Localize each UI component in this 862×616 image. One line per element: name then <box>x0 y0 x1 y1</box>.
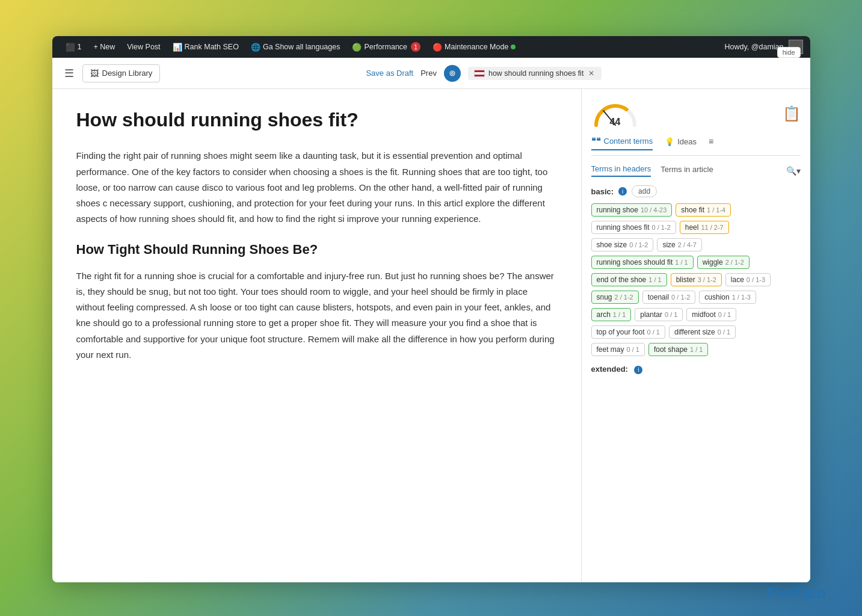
term-end-of-shoe[interactable]: end of the shoe 1 / 1 <box>591 273 667 286</box>
term-plantar[interactable]: plantar 0 / 1 <box>635 308 683 321</box>
performance-icon: 🟢 <box>352 43 362 52</box>
extended-info-icon[interactable]: i <box>634 366 642 374</box>
term-lace[interactable]: lace 0 / 1-3 <box>725 273 771 286</box>
term-cushion[interactable]: cushion 1 / 1-3 <box>699 291 756 304</box>
editor-bar-center: Save as Draft Prev ◎ how should running … <box>167 65 800 82</box>
term-foot-shape[interactable]: foot shape 1 / 1 <box>648 343 708 356</box>
maintenance-dot <box>511 45 516 49</box>
fivetaco-text: FiveTaco <box>767 585 826 601</box>
new-label: + New <box>93 43 115 51</box>
term-shoe-fit[interactable]: shoe fit 1 / 1-4 <box>676 203 731 217</box>
content-terms-label: Content terms <box>604 137 653 146</box>
terms-row-0: running shoe 10 / 4-23 shoe fit 1 / 1-4 <box>591 203 801 217</box>
term-arch[interactable]: arch 1 / 1 <box>591 308 632 321</box>
seo-score-icon: ◎ <box>449 69 455 77</box>
add-term-button[interactable]: add <box>632 185 657 197</box>
tab-menu[interactable]: ≡ <box>709 137 713 150</box>
admin-bar-new[interactable]: + New <box>87 36 121 58</box>
admin-bar-performance[interactable]: 🟢 Performance 1 <box>346 36 426 58</box>
score-row: 44 📋 <box>591 99 801 129</box>
design-library-icon: 🖼 <box>90 69 99 78</box>
terms-row-5: snug 2 / 1-2 toenail 0 / 1-2 cushion 1 /… <box>591 291 801 304</box>
admin-bar-left: ⬛ 1 + New View Post 📊 Rank Math SEO 🌐 Ga… <box>60 36 724 58</box>
search-filter-icon[interactable]: 🔍▾ <box>786 166 801 176</box>
flag-icon <box>474 70 485 77</box>
article-area: How should running shoes fit? Finding th… <box>52 89 582 582</box>
admin-bar-maintenance[interactable]: 🔴 Maintenance Mode <box>426 36 522 58</box>
basic-label-text: basic: <box>591 187 614 196</box>
terms-grid: running shoe 10 / 4-23 shoe fit 1 / 1-4 … <box>591 203 801 356</box>
term-snug[interactable]: snug 2 / 1-2 <box>591 291 639 304</box>
term-feet-may[interactable]: feet may 0 / 1 <box>591 343 645 356</box>
main-content: How should running shoes fit? Finding th… <box>52 89 810 582</box>
tabs-row: ❝❝ Content terms 💡 Ideas ≡ <box>591 136 801 156</box>
term-running-shoes-fit[interactable]: running shoes fit 0 / 1-2 <box>591 221 676 234</box>
languages-icon: 🌐 <box>251 43 260 52</box>
filter-headers[interactable]: Terms in headers <box>591 164 651 177</box>
ideas-icon: 💡 <box>665 137 674 146</box>
ideas-label: Ideas <box>677 137 697 146</box>
keyword-close-button[interactable]: ✕ <box>587 69 596 78</box>
design-library-label: Design Library <box>102 69 153 78</box>
tab-ideas[interactable]: 💡 Ideas <box>665 137 697 150</box>
term-top-of-foot[interactable]: top of your foot 0 / 1 <box>591 325 665 339</box>
gauge-container: 44 <box>591 99 639 129</box>
terms-row-1: running shoes fit 0 / 1-2 heel 11 / 2-7 <box>591 221 801 234</box>
term-different-size[interactable]: different size 0 / 1 <box>669 325 736 339</box>
admin-bar-view-post[interactable]: View Post <box>121 36 166 58</box>
term-toenail[interactable]: toenail 0 / 1-2 <box>642 291 696 304</box>
term-shoe-size[interactable]: shoe size 0 / 1-2 <box>591 238 654 251</box>
term-running-shoes-should-fit[interactable]: running shoes should fit 1 / 1 <box>591 256 694 269</box>
term-wiggle[interactable]: wiggle 2 / 1-2 <box>697 256 750 269</box>
terms-row-6: arch 1 / 1 plantar 0 / 1 midfoot 0 / 1 <box>591 308 801 321</box>
content-terms-icon: ❝❝ <box>591 136 601 146</box>
terms-row-4: end of the shoe 1 / 1 blister 3 / 1-2 la… <box>591 273 801 286</box>
admin-number: 1 <box>78 43 82 51</box>
hamburger-button[interactable]: ☰ <box>62 64 76 82</box>
maintenance-icon: 🔴 <box>433 43 442 52</box>
term-blister[interactable]: blister 3 / 1-2 <box>671 273 722 286</box>
prev-button[interactable]: Prev <box>420 69 437 78</box>
admin-bar-logo[interactable]: ⬛ 1 <box>60 36 88 58</box>
clipboard-icon[interactable]: 📋 <box>783 105 801 122</box>
admin-bar: ⬛ 1 + New View Post 📊 Rank Math SEO 🌐 Ga… <box>52 36 810 58</box>
menu-icon: ≡ <box>709 137 713 146</box>
wp-icon: ⬛ <box>66 43 75 52</box>
editor-bar: hide ☰ 🖼 Design Library Save as Draft Pr… <box>52 58 810 89</box>
rank-math-icon: 📊 <box>173 43 182 52</box>
sidebar: 44 📋 ❝❝ Content terms 💡 Ideas ≡ <box>582 89 810 582</box>
save-draft-button[interactable]: Save as Draft <box>366 69 413 78</box>
seo-score-circle[interactable]: ◎ <box>444 65 461 82</box>
rank-math-label: Rank Math SEO <box>185 43 239 51</box>
terms-row-8: feet may 0 / 1 foot shape 1 / 1 <box>591 343 801 356</box>
terms-row-3: running shoes should fit 1 / 1 wiggle 2 … <box>591 256 801 269</box>
terms-row-7: top of your foot 0 / 1 different size 0 … <box>591 325 801 339</box>
tab-content-terms[interactable]: ❝❝ Content terms <box>591 136 653 150</box>
basic-label-row: basic: i add <box>591 185 801 197</box>
admin-bar-rank-math[interactable]: 📊 Rank Math SEO <box>167 36 245 58</box>
languages-label: Ga Show all languages <box>263 43 340 51</box>
keyword-tab[interactable]: how should running shoes fit ✕ <box>468 67 602 80</box>
basic-info-icon[interactable]: i <box>618 187 627 196</box>
performance-badge: 1 <box>411 42 420 52</box>
maintenance-label: Maintenance Mode <box>445 43 508 51</box>
view-post-label: View Post <box>127 43 160 51</box>
terms-row-2: shoe size 0 / 1-2 size 2 / 4-7 <box>591 238 801 251</box>
article-h2: How Tight Should Running Shoes Be? <box>76 242 557 257</box>
term-running-shoe[interactable]: running shoe 10 / 4-23 <box>591 203 673 217</box>
howdy-text: Howdy, @damian <box>725 43 784 51</box>
design-library-button[interactable]: 🖼 Design Library <box>82 64 161 82</box>
term-size[interactable]: size 2 / 4-7 <box>657 238 702 251</box>
admin-bar-languages[interactable]: 🌐 Ga Show all languages <box>245 36 346 58</box>
term-heel[interactable]: heel 11 / 2-7 <box>680 221 729 234</box>
fivetaco-brand: FiveTaco <box>767 585 826 602</box>
filter-article[interactable]: Terms in article <box>660 165 713 176</box>
keyword-text: how should running shoes fit <box>488 69 583 78</box>
gauge-number: 44 <box>610 117 621 128</box>
performance-label: Performance <box>364 43 407 51</box>
hide-button[interactable]: hide <box>777 47 801 58</box>
terms-filter-row: Terms in headers Terms in article 🔍▾ <box>591 164 801 177</box>
article-title: How should running shoes fit? <box>76 108 557 131</box>
extended-label-text: extended: <box>591 365 628 374</box>
term-midfoot[interactable]: midfoot 0 / 1 <box>686 308 736 321</box>
